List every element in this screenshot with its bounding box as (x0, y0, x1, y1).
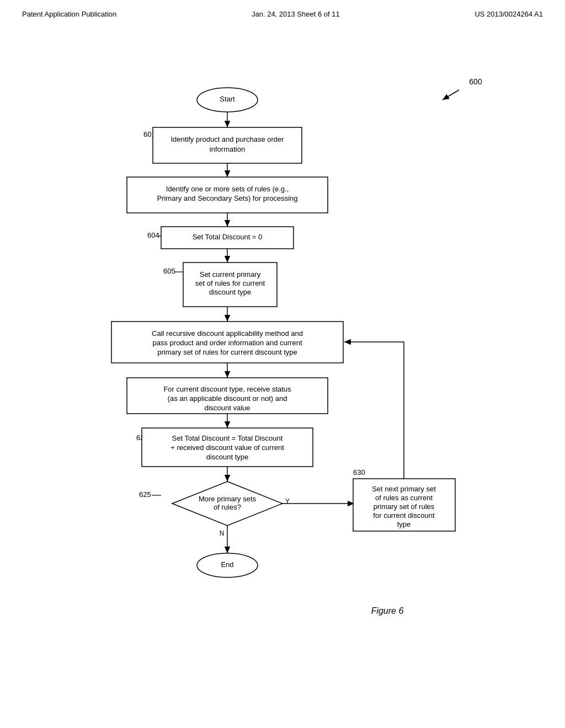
label-604: 604 (147, 231, 159, 239)
box-601-text-2: information (210, 145, 245, 153)
box-620-text-3: discount type (206, 453, 249, 461)
label-630: 630 (353, 468, 365, 477)
diagram-area: 600 Start 601 Identify product and purch… (0, 24, 565, 680)
box-630-text-2: of rules as current (375, 494, 433, 502)
end-label: End (221, 560, 233, 569)
header-middle: Jan. 24, 2013 Sheet 6 of 11 (252, 10, 340, 18)
box-615-text-1: For current discount type, receive statu… (163, 385, 291, 393)
figure-label: Figure 6 (371, 606, 404, 615)
header-left: Patent Application Publication (22, 10, 116, 18)
box-615-text-2: (as an applicable discount or not) and (168, 394, 287, 403)
start-label: Start (220, 95, 235, 103)
flowchart-svg: 600 Start 601 Identify product and purch… (45, 35, 520, 669)
no-label: N (220, 529, 225, 537)
box-604-text: Set Total Discount = 0 (193, 233, 263, 241)
box-630-text-1: Set next primary set (372, 485, 436, 493)
diagram-label: 600 (469, 77, 482, 86)
box-602-text-2: Primary and Secondary Sets) for processi… (157, 194, 297, 202)
box-602-text-1: Identify one or more sets of rules (e.g.… (166, 185, 289, 193)
box-630-text-4: for current discount (373, 511, 435, 520)
yes-label: Y (285, 497, 290, 505)
label-605: 605 (163, 267, 175, 275)
box-620-text-2: + received discount value of current (170, 443, 284, 452)
box-630-text-3: primary set of rules (374, 502, 435, 511)
box-605-text-2: set of rules for current (195, 279, 265, 287)
box-620-text-1: Set Total Discount = Total Discount (172, 434, 283, 442)
diagram-label-arrow (443, 90, 459, 100)
box-605-text-1: Set current primary (200, 270, 261, 279)
box-610-text-2: pass product and order information and c… (153, 339, 302, 347)
box-601-text-1: Identify product and purchase order (170, 135, 284, 143)
box-610-text-1: Call recursive discount applicability me… (152, 329, 303, 338)
label-625: 625 (139, 490, 151, 499)
header-right: US 2013/0024264 A1 (475, 10, 543, 18)
diamond-625-text-1: More primary sets (199, 495, 257, 503)
box-605-text-3: discount type (209, 288, 252, 296)
box-615-text-3: discount value (204, 404, 250, 412)
box-610-text-3: primary set of rules for current discoun… (157, 348, 297, 356)
diamond-625-text-2: of rules? (214, 503, 241, 511)
page-header: Patent Application Publication Jan. 24, … (0, 0, 565, 24)
box-630-text-5: type (397, 520, 411, 528)
